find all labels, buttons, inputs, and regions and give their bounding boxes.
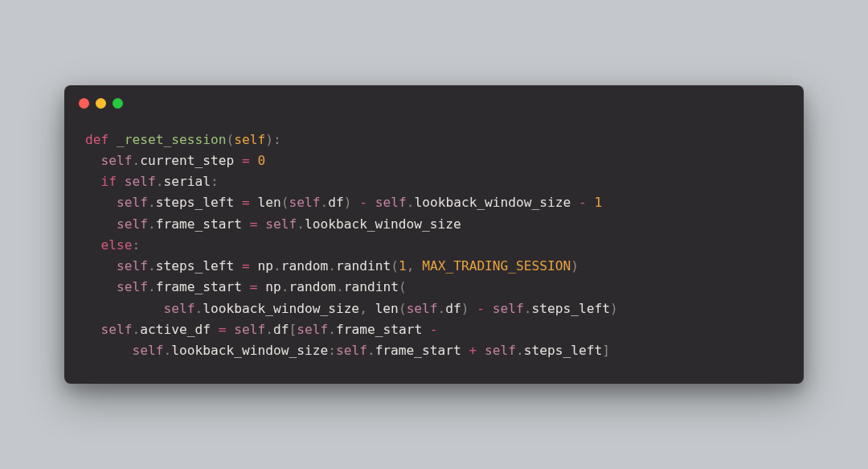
code-window: def _reset_session(self): self.current_s… [64, 85, 804, 385]
window-titlebar [64, 85, 804, 115]
close-icon[interactable] [79, 98, 89, 109]
maximize-icon[interactable] [113, 98, 123, 109]
code-block: def _reset_session(self): self.current_s… [64, 115, 804, 385]
minimize-icon[interactable] [96, 98, 106, 109]
